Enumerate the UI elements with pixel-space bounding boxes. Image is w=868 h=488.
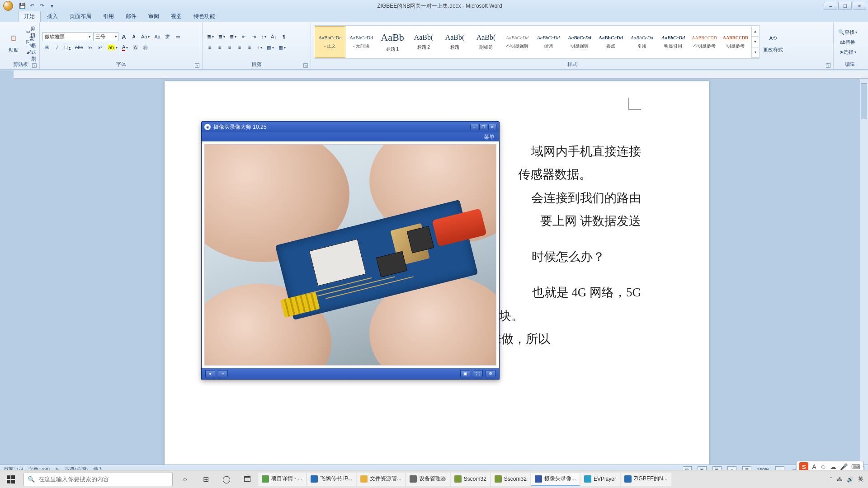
gallery-up[interactable]: ▲ (752, 26, 759, 37)
tab-references[interactable]: 引用 (98, 11, 119, 22)
gallery-more[interactable]: ▾ (752, 47, 759, 58)
pinned-app-1[interactable]: ◯ (216, 470, 237, 488)
camera-record[interactable]: ● (205, 370, 215, 377)
camera-fullscreen[interactable]: ⛶ (473, 370, 483, 377)
pinned-app-2[interactable]: 🗔 (237, 470, 258, 488)
change-styles-button[interactable]: A⟲ 更改样式 (761, 30, 785, 54)
task-item-explorer[interactable]: 文件资源管... (357, 473, 405, 486)
clipboard-launcher[interactable]: ↘ (32, 63, 37, 68)
style-intense-quote[interactable]: AaBbCcDd明显引用 (658, 26, 689, 58)
strikethrough[interactable]: abc (73, 43, 85, 52)
align-distribute[interactable]: ≡ (245, 43, 254, 52)
borders[interactable]: ▦ (277, 43, 288, 52)
style-h2[interactable]: AaBb(标题 2 (408, 26, 439, 58)
ime-emoji[interactable]: ☺ (820, 463, 826, 470)
text-highlight[interactable]: ab (106, 43, 119, 52)
tab-home[interactable]: 开始 (18, 11, 41, 22)
task-item-devmgr[interactable]: 设备管理器 (406, 473, 450, 486)
select-button[interactable]: ➤选择 (836, 47, 859, 56)
sort[interactable]: A↓ (269, 32, 278, 41)
bullets[interactable]: ≣ (205, 32, 216, 41)
char-border[interactable]: ▭ (173, 32, 182, 41)
camera-stop[interactable]: ▪ (218, 370, 228, 377)
task-item-camera[interactable]: 摄像头录像... (531, 473, 580, 486)
ime-keyboard[interactable]: ⌨ (851, 463, 860, 470)
shading[interactable]: ▦ (265, 43, 276, 52)
tab-view[interactable]: 视图 (165, 11, 187, 22)
tray-ime[interactable]: 英 (858, 475, 863, 483)
camera-recorder-window[interactable]: ◉ 摄像头录像大师 10.25 – ☐ ✕ 菜单 (201, 121, 500, 380)
style-subtitle[interactable]: AaBb(副标题 (471, 26, 501, 58)
superscript[interactable]: x² (96, 43, 105, 52)
increase-indent[interactable]: ⇥ (249, 32, 258, 41)
para-launcher[interactable]: ↘ (303, 63, 308, 68)
align-justify[interactable]: ≡ (235, 43, 244, 52)
task-item-ipmsg[interactable]: 飞鸽传书 IP... (307, 473, 356, 486)
find-button[interactable]: 🔍查找 (836, 28, 859, 37)
camera-settings[interactable]: ⚙ (486, 370, 495, 377)
numbering[interactable]: ≣ (217, 32, 227, 41)
multilevel-list[interactable]: ≣ (228, 32, 238, 41)
camera-close[interactable]: ✕ (488, 124, 496, 130)
task-item-sscom1[interactable]: Sscom32 (451, 473, 490, 486)
style-quote[interactable]: AaBbCcDd引用 (627, 26, 657, 58)
tray-volume-icon[interactable]: 🔊 (847, 476, 854, 483)
style-intense-ref[interactable]: AABBCCDD明显参考 (720, 26, 751, 58)
camera-titlebar[interactable]: ◉ 摄像头录像大师 10.25 – ☐ ✕ (202, 122, 499, 132)
cortana-icon[interactable]: ○ (175, 470, 195, 488)
font-launcher[interactable]: ↘ (195, 63, 199, 68)
style-emph[interactable]: AaBbCcDd强调 (533, 26, 564, 58)
style-subtle-ref[interactable]: AABBCCDD不明显参考 (689, 26, 720, 58)
qat-redo[interactable]: ↷ (38, 2, 46, 9)
clear-formatting[interactable]: Aa (152, 32, 162, 41)
vertical-scrollbar[interactable] (860, 79, 868, 474)
tab-layout[interactable]: 页面布局 (64, 11, 97, 22)
window-minimize[interactable]: – (824, 2, 837, 10)
office-button[interactable] (0, 0, 16, 12)
ime-mode[interactable]: A (812, 463, 816, 470)
camera-menu-bar[interactable]: 菜单 (202, 132, 499, 141)
subscript[interactable]: x₂ (86, 43, 95, 52)
task-item-evplayer[interactable]: EVPlayer (580, 473, 620, 486)
replace-button[interactable]: ab替换 (836, 38, 859, 47)
scrollbar-thumb[interactable] (861, 83, 867, 119)
underline[interactable]: U (62, 43, 72, 52)
style-intense-emph[interactable]: AaBbCcDd明显强调 (564, 26, 595, 58)
window-maximize[interactable]: ☐ (838, 2, 852, 10)
style-strong[interactable]: AaBbCcDd要点 (595, 26, 626, 58)
asian-layout[interactable]: ↕ (259, 32, 268, 41)
char-shading[interactable]: A (131, 43, 140, 52)
camera-snapshot[interactable]: ▣ (460, 370, 470, 377)
task-item-project[interactable]: 项目详情 - ... (258, 473, 306, 486)
tab-special[interactable]: 特色功能 (188, 11, 221, 22)
qat-customize[interactable]: ▾ (48, 2, 56, 9)
align-right[interactable]: ≡ (225, 43, 234, 52)
line-spacing[interactable]: ↕ (255, 43, 264, 52)
taskbar-search[interactable]: 🔍 在这里输入你要搜索的内容 (24, 473, 173, 486)
font-color[interactable]: A (120, 43, 130, 52)
show-marks[interactable]: ¶ (279, 32, 288, 41)
task-item-word[interactable]: ZIGBEE的N... (621, 473, 671, 486)
ime-cloud[interactable]: ☁ (830, 463, 836, 470)
paste-button[interactable]: 📋 粘贴 (5, 30, 23, 54)
shrink-font[interactable]: A (129, 32, 138, 41)
change-case[interactable]: Aa (139, 32, 151, 41)
bold[interactable]: B (42, 43, 52, 52)
gallery-down[interactable]: ▼ (752, 37, 759, 47)
phonetic-guide[interactable]: 拼 (163, 32, 172, 41)
tab-mailings[interactable]: 邮件 (120, 11, 142, 22)
font-size-combo[interactable]: 三号 (93, 32, 118, 41)
qat-undo[interactable]: ↶ (28, 2, 36, 9)
task-view-icon[interactable]: ⊞ (195, 470, 216, 488)
styles-launcher[interactable]: ↘ (826, 63, 830, 68)
style-title[interactable]: AaBb(标题 (439, 26, 470, 58)
ime-mic[interactable]: 🎤 (840, 463, 848, 470)
align-left[interactable]: ≡ (205, 43, 214, 52)
align-center[interactable]: ≡ (215, 43, 224, 52)
tray-network-icon[interactable]: 🖧 (837, 476, 842, 483)
style-normal[interactable]: AaBbCcDd- 正文 (315, 26, 345, 58)
tab-review[interactable]: 审阅 (143, 11, 165, 22)
camera-maximize[interactable]: ☐ (479, 124, 487, 130)
format-painter-button[interactable]: 🖌格式刷 (24, 47, 38, 56)
styles-gallery[interactable]: AaBbCcDd- 正文 AaBbCcDd- 无间隔 AaBb标题 1 AaBb… (314, 25, 760, 59)
